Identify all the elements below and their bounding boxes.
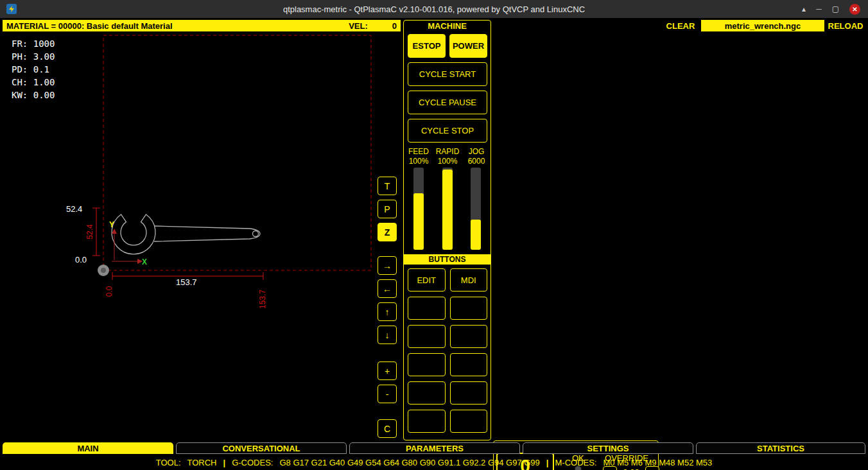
- tab-main[interactable]: MAIN: [3, 442, 173, 454]
- pan-up-button[interactable]: ↑: [378, 302, 397, 321]
- velocity-value: 0: [392, 21, 397, 31]
- clear-button[interactable]: CLEAR: [661, 20, 700, 31]
- dimension-lines: [92, 208, 263, 280]
- cycle-start-button[interactable]: CYCLE START: [408, 62, 487, 86]
- clear-plot-button[interactable]: C: [378, 419, 397, 438]
- mcodes-label: M-CODES:: [555, 458, 596, 467]
- machine-panel: MACHINE ESTOP POWER CYCLE START CYCLE PA…: [403, 20, 491, 440]
- view-top-button[interactable]: T: [378, 177, 397, 195]
- minimize-icon[interactable]: ─: [816, 4, 822, 13]
- loaded-file-name: metric_wrench.ngc: [701, 20, 824, 31]
- dim-right-x-rotated: 153.7: [258, 290, 267, 309]
- mdi-button[interactable]: MDI: [450, 268, 488, 292]
- rapid-label: RAPID: [433, 147, 462, 156]
- tool-value: TORCH: [187, 458, 217, 467]
- material-label: MATERIAL = 00000: Basic default Material: [6, 21, 173, 31]
- user-button[interactable]: [450, 297, 488, 320]
- rapid-value: 100%: [433, 157, 462, 166]
- zoom-out-button[interactable]: -: [378, 385, 397, 403]
- estop-button[interactable]: ESTOP: [408, 34, 446, 58]
- window-title: qtplasmac-metric - QtPlasmaC v2.10-001.0…: [0, 4, 868, 14]
- tab-parameters[interactable]: PARAMETERS: [349, 442, 520, 454]
- dim-zero-y: 0.0: [75, 255, 87, 265]
- titlebar: qtplasmac-metric - QtPlasmaC v2.10-001.0…: [0, 0, 868, 18]
- status-bar: TOOL: TORCH | G-CODES: G8 G17 G21 G40 G4…: [0, 455, 868, 470]
- preview-area: Y X 52.4 0.0 153.7 52.4 0.0 153.7 FR: 10…: [3, 32, 401, 440]
- user-button[interactable]: [408, 325, 446, 348]
- dim-left-y-rotated: 52.4: [85, 224, 94, 239]
- user-button[interactable]: [408, 381, 446, 405]
- dim-top-y: 52.4: [66, 204, 82, 214]
- pan-left-button[interactable]: ←: [378, 279, 397, 298]
- cycle-stop-button[interactable]: CYCLE STOP: [408, 119, 487, 143]
- user-button[interactable]: [450, 381, 488, 405]
- wrench-outline: [112, 214, 260, 254]
- buttons-header: BUTTONS: [404, 254, 490, 265]
- cycle-pause-button[interactable]: CYCLE PAUSE: [408, 91, 487, 114]
- feed-slider[interactable]: [413, 168, 424, 250]
- gcodes-value: G8 G17 G21 G40 G49 G54 G64 G80 G90 G91.1…: [279, 458, 539, 467]
- machine-header: MACHINE: [404, 21, 490, 31]
- y-axis-label: Y: [109, 220, 114, 229]
- user-button[interactable]: [450, 410, 488, 433]
- tool-label: TOOL:: [156, 458, 181, 467]
- velocity-label: VEL:: [349, 21, 368, 31]
- edit-button[interactable]: EDIT: [408, 268, 446, 292]
- view-p-button[interactable]: P: [378, 200, 397, 218]
- view-z-button[interactable]: Z: [378, 223, 397, 241]
- cut-parameters: FR: 1000 PH: 3.00 PD: 0.1 CH: 1.00 KW: 0…: [12, 37, 55, 101]
- tab-conversational[interactable]: CONVERSATIONAL: [176, 442, 347, 454]
- gcodes-label: G-CODES:: [232, 458, 273, 467]
- zoom-in-button[interactable]: +: [378, 361, 397, 380]
- feed-value: 100%: [404, 157, 433, 166]
- pan-down-button[interactable]: ↓: [378, 326, 397, 344]
- power-button[interactable]: POWER: [449, 34, 487, 58]
- mcodes-value: M0 M5 M6 M9 M48 M52 M53: [603, 458, 712, 467]
- tab-settings[interactable]: SETTINGS: [523, 442, 693, 454]
- user-button[interactable]: [408, 410, 446, 433]
- material-selector[interactable]: MATERIAL = 00000: Basic default Material…: [3, 20, 401, 31]
- reload-button[interactable]: RELOAD: [826, 20, 865, 31]
- user-button[interactable]: [408, 353, 446, 376]
- jog-value: 6000: [462, 157, 490, 166]
- pan-right-button[interactable]: →: [378, 256, 397, 275]
- maximize-icon[interactable]: ▢: [832, 4, 839, 13]
- x-axis-label: X: [142, 257, 147, 266]
- dim-width-x: 153.7: [176, 277, 197, 287]
- status-divider: |: [223, 458, 225, 467]
- close-icon[interactable]: ✕: [849, 4, 860, 15]
- user-button[interactable]: [408, 297, 446, 320]
- feed-label: FEED: [404, 147, 433, 156]
- jog-label: JOG: [462, 147, 490, 156]
- machine-boundary: [103, 35, 371, 270]
- jog-slider[interactable]: [471, 168, 481, 250]
- rapid-slider[interactable]: [442, 168, 453, 250]
- status-divider: |: [546, 458, 549, 467]
- user-button[interactable]: [450, 353, 488, 376]
- user-button[interactable]: [450, 325, 488, 348]
- origin-marker: [98, 265, 109, 276]
- dim-zero-x-rotated: 0.0: [105, 286, 114, 297]
- preview-plot[interactable]: Y X 52.4 0.0 153.7 52.4 0.0 153.7: [3, 32, 401, 440]
- shade-icon[interactable]: ▴: [802, 4, 806, 13]
- tab-statistics[interactable]: STATISTICS: [696, 442, 865, 454]
- app-window: qtplasmac-metric - QtPlasmaC v2.10-001.0…: [0, 0, 868, 470]
